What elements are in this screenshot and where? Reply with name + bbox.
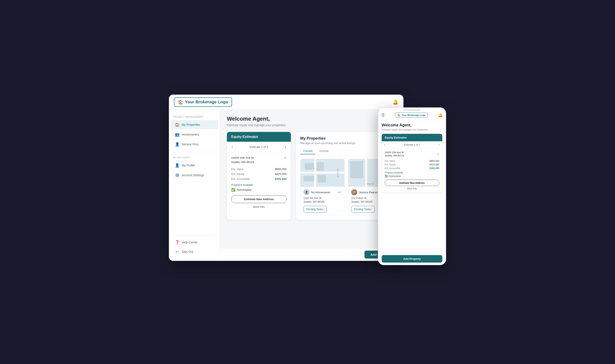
map-label-1: 5th Ave W [337,169,339,177]
est-value: $850,000 [275,168,287,171]
bell-button[interactable]: 🔔 [393,99,398,105]
desktop-bottom-bar: Add Property [220,248,403,261]
desktop-window: 🏠 Your Brokerage Logo 🔔 Project Manageme… [169,95,403,261]
map-label-2: Fulton St [366,183,374,185]
mobile-program-badge: ✅ Homeowner [385,175,439,178]
mobile-logo-badge: 🏠 Your Brokerage Logo [395,113,428,118]
equity-nav-text: Estimate 1 of 3 [250,145,268,149]
program-name: Homeowner [237,188,252,191]
equity-close-button[interactable]: ✕ [284,156,287,160]
estimate-new-address-button[interactable]: Estimate New Address [231,195,287,203]
tab-current[interactable]: Current [300,148,315,154]
equity-card-header: Equity Estimator [227,132,291,142]
address-row: 24828 10th Ave W Seattle, WA 98119 ✕ [231,156,287,164]
pending-tasks-label-1: Pending Tasks [306,208,323,211]
homeowners-icon: 👥 [175,132,179,137]
pending-tasks-arrow-2: › [371,208,372,211]
mobile-address-line1: 24828 10th Ave W [385,151,404,154]
mobile-content: Welcome Agent, Estimate equity and manag… [378,120,446,256]
hamburger-button[interactable]: ☰ [381,113,385,117]
sidebar-item-help-center[interactable]: ❓ Help Center [171,238,218,247]
equity-address: 24828 10th Ave W Seattle, WA 98119 [231,156,254,164]
programs-section: Programs Available ✅ Homeowner [231,183,287,192]
equity-prev-button[interactable]: ‹ [230,144,234,150]
mobile-add-property-button[interactable]: Add Property [382,255,442,262]
content-area: Welcome Agent, Estimate equity and manag… [220,110,403,261]
settings-icon: ⚙️ [175,173,179,178]
equity-nav: ‹ Estimate 1 of 3 › [227,142,291,152]
mobile-equity-next-button[interactable]: › [439,143,440,146]
more-options-button-1[interactable]: ••• [338,190,341,194]
sidebar-divider-2 [173,235,215,235]
mobile-top-bar: ☰ 🏠 Your Brokerage Logo 🔔 [378,110,446,120]
mobile-est-equity-row: Est. Equity $425,000 [385,163,439,166]
sidebar-item-sign-out[interactable]: ↩ Sign Out [171,247,218,256]
service-pros-icon: 👤 [175,142,179,147]
sidebar-item-account-settings[interactable]: ⚙️ Account Settings [171,171,218,180]
sidebar-section-label-2: My Account [169,156,220,159]
home-icon: 🏠 [175,122,179,127]
property-card-1: 5th Ave W 👤 No Homeowner [300,159,345,215]
welcome-title: Welcome Agent, [227,116,397,122]
property-address-line1-1: 1182 5th Ave W [303,197,321,200]
sidebar-item-my-properties[interactable]: 🏠 My Properties [171,120,218,129]
sidebar-item-service-pros[interactable]: 👤 Service Pros [171,140,218,149]
mobile-equity-body: 24828 10th Ave W Seattle, WA 98119 ✕ Est… [382,148,442,193]
logo-badge: 🏠 Your Brokerage Logo [174,97,232,107]
mobile-equity-prev-button[interactable]: ‹ [384,143,385,146]
est-accessible: $191,250 [275,177,287,181]
more-info-link[interactable]: More Info [231,205,287,208]
sign-out-icon: ↩ [175,249,179,254]
mobile-logo-text: Your Brokerage Logo [402,114,426,116]
mobile-equity-close-button[interactable]: ✕ [437,151,439,157]
equity-next-button[interactable]: › [284,144,287,150]
content-grid: Equity Estimator ‹ Estimate 1 of 3 › 248… [227,132,397,220]
property-address-line2-2: Seattle, WA 98109 [351,200,372,203]
program-badge: ✅ Homeowner [231,188,287,192]
bell-icon: 🔔 [393,99,398,105]
sidebar-label-help-center: Help Center [182,241,198,244]
house-icon: 🏠 [178,100,183,105]
mobile-est-accessible-label: Est. Accessible [385,167,401,169]
pending-tasks-button-2[interactable]: Pending Tasks › [351,206,374,213]
mobile-welcome-title: Welcome Agent, [382,123,442,128]
mobile-check-icon: ✅ [385,175,388,178]
welcome-subtitle: Estimate equity and manage your properti… [227,123,397,127]
mobile-more-info-link[interactable]: More Info [385,187,439,190]
owner-avatar-2: JP [351,189,357,195]
mobile-welcome-subtitle: Estimate equity and manage your properti… [382,128,442,131]
sidebar-item-my-profile[interactable]: 👤 My Profile [171,161,218,170]
est-accessible-label: Est. Accessible [231,177,250,181]
mobile-equity-nav-text: Estimate 1 of 3 [404,143,420,146]
main-layout: Project Management 🏠 My Properties 👥 Hom… [169,110,403,261]
est-value-row: Est. Value $850,000 [231,168,287,171]
sidebar-label-my-properties: My Properties [182,123,200,126]
property-card-body-1: 👤 No Homeowner ••• 1182 5th Ave W Seattl… [300,187,344,215]
est-value-label: Est. Value [231,168,243,171]
sidebar: Project Management 🏠 My Properties 👥 Hom… [169,110,220,261]
property-map-1: 5th Ave W [300,159,344,187]
est-equity-row: Est. Equity $425,000 [231,172,287,176]
tab-archive[interactable]: Archive [316,148,331,154]
sidebar-section-label-1: Project Management [169,116,220,118]
top-bar: 🏠 Your Brokerage Logo 🔔 [169,95,403,110]
mobile-est-equity-label: Est. Equity [385,163,396,166]
owner-info-1: 👤 No Homeowner [303,189,330,195]
owner-info-2: JP Jessica Pearson [351,189,379,195]
est-equity: $425,000 [275,172,287,176]
mobile-bottom-bar: Add Property [378,253,446,265]
mobile-equity-nav: ‹ Estimate 1 of 3 › [382,141,442,148]
sidebar-label-account-settings: Account Settings [182,173,204,177]
scene: 🏠 Your Brokerage Logo 🔔 Project Manageme… [169,95,446,269]
help-icon: ❓ [175,240,179,245]
mobile-est-value-row: Est. Value $850,000 [385,160,439,162]
pending-tasks-button-1[interactable]: Pending Tasks › [303,206,327,213]
est-accessible-row: Est. Accessible $191,250 [231,177,287,181]
property-address-line1-2: 212 Fulton St. [351,197,367,200]
sidebar-item-homeowners[interactable]: 👥 Homeowners [171,130,218,139]
mobile-estimate-new-address-button[interactable]: Estimate New Address [385,180,439,186]
mobile-bell-button[interactable]: 🔔 [438,113,443,117]
equity-card-body: 24828 10th Ave W Seattle, WA 98119 ✕ Est… [227,152,291,212]
mobile-est-value-label: Est. Value [385,160,395,162]
mobile-equity-header: Equity Estimator [382,134,442,141]
